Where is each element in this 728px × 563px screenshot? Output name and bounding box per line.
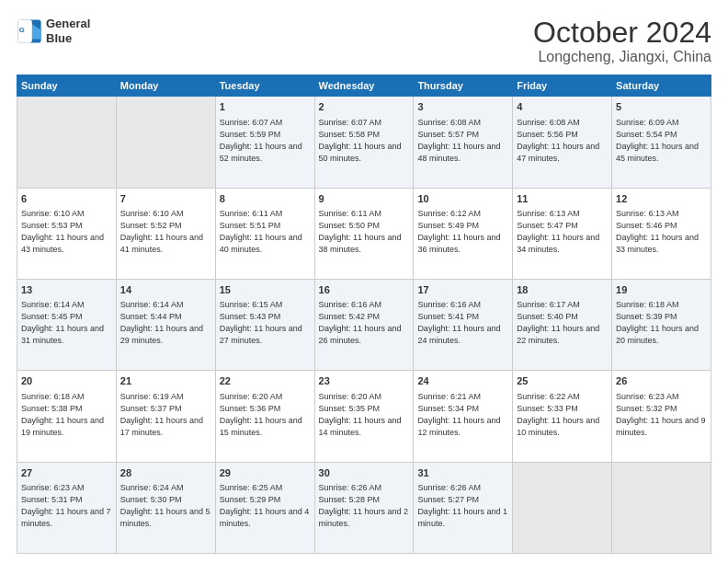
day-info: Sunrise: 6:25 AM Sunset: 5:29 PM Dayligh… (220, 482, 311, 530)
day-number: 19 (616, 283, 707, 297)
day-number: 5 (616, 100, 707, 114)
day-number: 21 (120, 374, 211, 388)
day-info: Sunrise: 6:26 AM Sunset: 5:28 PM Dayligh… (319, 482, 410, 530)
day-info: Sunrise: 6:26 AM Sunset: 5:27 PM Dayligh… (417, 482, 508, 530)
day-info: Sunrise: 6:22 AM Sunset: 5:33 PM Dayligh… (517, 391, 608, 439)
day-info: Sunrise: 6:16 AM Sunset: 5:41 PM Dayligh… (417, 299, 508, 347)
calendar-cell: 4Sunrise: 6:08 AM Sunset: 5:56 PM Daylig… (513, 97, 612, 188)
logo-line1: General (46, 17, 90, 31)
day-number: 24 (417, 374, 508, 388)
header: G General Blue October 2024 Longcheng, J… (17, 17, 711, 65)
calendar-cell: 3Sunrise: 6:08 AM Sunset: 5:57 PM Daylig… (414, 97, 513, 188)
logo: G General Blue (17, 17, 90, 45)
day-info: Sunrise: 6:19 AM Sunset: 5:37 PM Dayligh… (120, 391, 211, 439)
calendar-cell: 6Sunrise: 6:10 AM Sunset: 5:53 PM Daylig… (17, 188, 117, 279)
day-number: 18 (517, 283, 608, 297)
weekday-header: Thursday (414, 75, 513, 97)
day-info: Sunrise: 6:13 AM Sunset: 5:46 PM Dayligh… (616, 208, 707, 256)
title-block: October 2024 Longcheng, Jiangxi, China (533, 17, 711, 65)
day-number: 6 (21, 192, 112, 206)
svg-text:G: G (19, 26, 25, 34)
day-number: 4 (517, 100, 608, 114)
day-info: Sunrise: 6:24 AM Sunset: 5:30 PM Dayligh… (120, 482, 211, 530)
day-info: Sunrise: 6:23 AM Sunset: 5:32 PM Dayligh… (616, 391, 707, 439)
day-info: Sunrise: 6:08 AM Sunset: 5:57 PM Dayligh… (417, 117, 508, 165)
day-info: Sunrise: 6:14 AM Sunset: 5:45 PM Dayligh… (21, 299, 112, 347)
logo-icon: G (17, 18, 42, 44)
day-info: Sunrise: 6:14 AM Sunset: 5:44 PM Dayligh… (120, 299, 211, 347)
calendar-week-row: 6Sunrise: 6:10 AM Sunset: 5:53 PM Daylig… (17, 188, 711, 279)
calendar-cell: 7Sunrise: 6:10 AM Sunset: 5:52 PM Daylig… (116, 188, 215, 279)
day-info: Sunrise: 6:18 AM Sunset: 5:38 PM Dayligh… (21, 391, 112, 439)
day-info: Sunrise: 6:12 AM Sunset: 5:49 PM Dayligh… (417, 208, 508, 256)
day-number: 3 (417, 100, 508, 114)
day-number: 10 (417, 192, 508, 206)
day-number: 14 (120, 283, 211, 297)
calendar-cell: 29Sunrise: 6:25 AM Sunset: 5:29 PM Dayli… (215, 462, 314, 553)
weekday-header: Monday (116, 75, 215, 97)
day-number: 1 (220, 100, 311, 114)
calendar-cell: 23Sunrise: 6:20 AM Sunset: 5:35 PM Dayli… (314, 371, 414, 462)
day-info: Sunrise: 6:10 AM Sunset: 5:53 PM Dayligh… (21, 208, 112, 256)
calendar-week-row: 20Sunrise: 6:18 AM Sunset: 5:38 PM Dayli… (17, 371, 711, 462)
calendar-week-row: 13Sunrise: 6:14 AM Sunset: 5:45 PM Dayli… (17, 279, 711, 370)
day-info: Sunrise: 6:21 AM Sunset: 5:34 PM Dayligh… (417, 391, 508, 439)
calendar-cell (513, 462, 612, 553)
day-number: 7 (120, 192, 211, 206)
logo-line2: Blue (46, 31, 90, 46)
day-info: Sunrise: 6:17 AM Sunset: 5:40 PM Dayligh… (517, 299, 608, 347)
calendar-cell: 31Sunrise: 6:26 AM Sunset: 5:27 PM Dayli… (414, 462, 513, 553)
day-info: Sunrise: 6:16 AM Sunset: 5:42 PM Dayligh… (319, 299, 410, 347)
calendar-cell: 18Sunrise: 6:17 AM Sunset: 5:40 PM Dayli… (513, 279, 612, 370)
weekday-header: Tuesday (215, 75, 314, 97)
day-info: Sunrise: 6:10 AM Sunset: 5:52 PM Dayligh… (120, 208, 211, 256)
calendar-cell: 11Sunrise: 6:13 AM Sunset: 5:47 PM Dayli… (513, 188, 612, 279)
calendar-cell: 12Sunrise: 6:13 AM Sunset: 5:46 PM Dayli… (612, 188, 711, 279)
day-info: Sunrise: 6:08 AM Sunset: 5:56 PM Dayligh… (517, 117, 608, 165)
calendar-body: 1Sunrise: 6:07 AM Sunset: 5:59 PM Daylig… (17, 97, 711, 554)
day-number: 26 (616, 374, 707, 388)
calendar-cell: 15Sunrise: 6:15 AM Sunset: 5:43 PM Dayli… (215, 279, 314, 370)
day-number: 29 (220, 466, 311, 480)
calendar-week-row: 1Sunrise: 6:07 AM Sunset: 5:59 PM Daylig… (17, 97, 711, 188)
day-info: Sunrise: 6:20 AM Sunset: 5:36 PM Dayligh… (220, 391, 311, 439)
day-number: 13 (21, 283, 112, 297)
calendar-cell: 22Sunrise: 6:20 AM Sunset: 5:36 PM Dayli… (215, 371, 314, 462)
day-number: 15 (220, 283, 311, 297)
day-number: 8 (220, 192, 311, 206)
main-title: October 2024 (533, 17, 711, 49)
day-number: 16 (319, 283, 410, 297)
calendar-week-row: 27Sunrise: 6:23 AM Sunset: 5:31 PM Dayli… (17, 462, 711, 553)
day-info: Sunrise: 6:15 AM Sunset: 5:43 PM Dayligh… (220, 299, 311, 347)
calendar-cell: 21Sunrise: 6:19 AM Sunset: 5:37 PM Dayli… (116, 371, 215, 462)
calendar-cell: 10Sunrise: 6:12 AM Sunset: 5:49 PM Dayli… (414, 188, 513, 279)
calendar-cell: 30Sunrise: 6:26 AM Sunset: 5:28 PM Dayli… (314, 462, 414, 553)
calendar-cell (116, 97, 215, 188)
weekday-header: Friday (513, 75, 612, 97)
calendar-table: SundayMondayTuesdayWednesdayThursdayFrid… (17, 75, 711, 554)
calendar-cell: 8Sunrise: 6:11 AM Sunset: 5:51 PM Daylig… (215, 188, 314, 279)
day-number: 23 (319, 374, 410, 388)
day-info: Sunrise: 6:11 AM Sunset: 5:51 PM Dayligh… (220, 208, 311, 256)
day-number: 2 (319, 100, 410, 114)
weekday-row: SundayMondayTuesdayWednesdayThursdayFrid… (17, 75, 711, 97)
day-number: 17 (417, 283, 508, 297)
day-info: Sunrise: 6:11 AM Sunset: 5:50 PM Dayligh… (319, 208, 410, 256)
calendar-cell: 1Sunrise: 6:07 AM Sunset: 5:59 PM Daylig… (215, 97, 314, 188)
day-info: Sunrise: 6:09 AM Sunset: 5:54 PM Dayligh… (616, 117, 707, 165)
calendar-cell: 9Sunrise: 6:11 AM Sunset: 5:50 PM Daylig… (314, 188, 414, 279)
day-number: 27 (21, 466, 112, 480)
day-number: 25 (517, 374, 608, 388)
day-info: Sunrise: 6:23 AM Sunset: 5:31 PM Dayligh… (21, 482, 112, 530)
day-info: Sunrise: 6:07 AM Sunset: 5:58 PM Dayligh… (319, 117, 410, 165)
calendar-cell (612, 462, 711, 553)
day-number: 11 (517, 192, 608, 206)
logo-text: General Blue (46, 17, 90, 45)
calendar-cell: 20Sunrise: 6:18 AM Sunset: 5:38 PM Dayli… (17, 371, 117, 462)
day-info: Sunrise: 6:07 AM Sunset: 5:59 PM Dayligh… (220, 117, 311, 165)
calendar-cell (17, 97, 117, 188)
day-number: 28 (120, 466, 211, 480)
day-number: 20 (21, 374, 112, 388)
calendar-cell: 17Sunrise: 6:16 AM Sunset: 5:41 PM Dayli… (414, 279, 513, 370)
subtitle: Longcheng, Jiangxi, China (533, 49, 711, 65)
